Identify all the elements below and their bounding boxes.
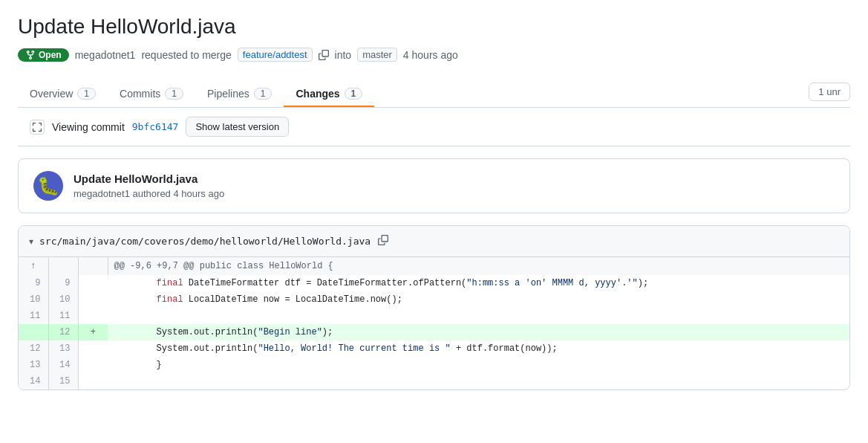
copy-icon bbox=[378, 235, 388, 245]
diff-line: 10 10 final LocalDateTime now = LocalDat… bbox=[19, 291, 849, 308]
open-badge: Open bbox=[18, 48, 69, 62]
line-new-13: 13 bbox=[48, 340, 78, 357]
commit-bar: Viewing commit 9bfc6147 Show latest vers… bbox=[18, 108, 850, 146]
line-old-13: 13 bbox=[19, 357, 48, 373]
diff-section: ▾ src/main/java/com/coveros/demo/hellowo… bbox=[18, 225, 850, 390]
unresolved-badge: 1 unr bbox=[809, 83, 850, 101]
tabs-bar: Overview 1 Commits 1 Pipelines 1 Changes… bbox=[18, 77, 850, 108]
commit-card: 🐛 Update HelloWorld.java megadotnet1 aut… bbox=[18, 158, 850, 213]
copy-branch-icon bbox=[319, 50, 329, 60]
line-old-11: 11 bbox=[19, 308, 48, 324]
tab-pipelines-count: 1 bbox=[254, 88, 273, 100]
line-new-11: 11 bbox=[48, 308, 78, 324]
mr-meta: Open megadotnet1 requested to merge feat… bbox=[18, 48, 850, 62]
diff-hunk-header: ↑ @@ -9,6 +9,7 @@ public class HelloWorl… bbox=[19, 257, 849, 275]
mr-author: megadotnet1 bbox=[75, 49, 136, 61]
line-code-12-added: System.out.println("Begin line"); bbox=[108, 324, 849, 340]
show-latest-button[interactable]: Show latest version bbox=[186, 117, 289, 137]
source-branch[interactable]: feature/addtest bbox=[238, 48, 313, 62]
line-old-12-added bbox=[19, 324, 48, 340]
tab-pipelines-label: Pipelines bbox=[207, 88, 249, 100]
commit-card-author: megadotnet1 authored 4 hours ago bbox=[74, 188, 224, 199]
line-new-15: 15 bbox=[48, 373, 78, 389]
hunk-line-old bbox=[48, 257, 78, 275]
mr-action: requested to merge bbox=[141, 49, 231, 61]
copy-filename-button[interactable] bbox=[376, 233, 390, 249]
diff-line: 14 15 bbox=[19, 373, 849, 389]
merge-icon bbox=[25, 50, 36, 60]
diff-table: ↑ @@ -9,6 +9,7 @@ public class HelloWorl… bbox=[19, 257, 849, 389]
diff-line-added: 12 + System.out.println("Begin line"); bbox=[19, 324, 849, 340]
tab-overview-count: 1 bbox=[77, 88, 96, 100]
tabs-right: 1 unr bbox=[809, 77, 850, 107]
tab-commits-count: 1 bbox=[165, 88, 183, 100]
diff-line: 13 14 } bbox=[19, 357, 849, 373]
page-title: Update HelloWorld.java bbox=[18, 15, 850, 39]
commit-hash-link[interactable]: 9bfc6147 bbox=[132, 121, 179, 132]
avatar-icon: 🐛 bbox=[37, 175, 59, 196]
line-sign-14 bbox=[78, 373, 108, 389]
commit-card-title: Update HelloWorld.java bbox=[74, 172, 224, 185]
line-sign-12-added: + bbox=[78, 324, 108, 340]
mr-into: into bbox=[335, 49, 352, 61]
line-old-12: 12 bbox=[19, 340, 48, 357]
tab-changes[interactable]: Changes 1 bbox=[284, 82, 374, 107]
diff-header: ▾ src/main/java/com/coveros/demo/hellowo… bbox=[19, 226, 849, 257]
tab-changes-label: Changes bbox=[296, 88, 339, 100]
tab-commits-label: Commits bbox=[120, 88, 160, 100]
line-sign-10 bbox=[78, 291, 108, 308]
hunk-line-new bbox=[78, 257, 108, 275]
avatar: 🐛 bbox=[33, 171, 63, 201]
line-sign-12 bbox=[78, 340, 108, 357]
mr-time: 4 hours ago bbox=[403, 49, 458, 61]
line-code-14 bbox=[108, 373, 849, 389]
diff-collapse-button[interactable]: ▾ bbox=[29, 236, 33, 247]
line-sign-9 bbox=[78, 275, 108, 291]
tab-overview-label: Overview bbox=[30, 88, 73, 100]
tab-changes-count: 1 bbox=[345, 88, 363, 100]
diff-line: 9 9 final DateTimeFormatter dtf = DateTi… bbox=[19, 275, 849, 291]
line-new-10: 10 bbox=[48, 291, 78, 308]
commit-info: Update HelloWorld.java megadotnet1 autho… bbox=[74, 172, 224, 199]
line-code-10: final LocalDateTime now = LocalDateTime.… bbox=[108, 291, 849, 308]
line-code-11 bbox=[108, 308, 849, 324]
hunk-header-text: @@ -9,6 +9,7 @@ public class HelloWorld … bbox=[108, 257, 849, 275]
line-sign-11 bbox=[78, 308, 108, 324]
tab-pipelines[interactable]: Pipelines 1 bbox=[195, 82, 284, 107]
expand-icon[interactable] bbox=[30, 120, 45, 135]
status-badge-label: Open bbox=[39, 50, 62, 60]
line-code-12: System.out.println("Hello, World! The cu… bbox=[108, 340, 849, 357]
tab-commits[interactable]: Commits 1 bbox=[108, 82, 195, 107]
diff-line: 11 11 bbox=[19, 308, 849, 324]
line-old-9: 9 bbox=[19, 275, 48, 291]
line-new-14: 14 bbox=[48, 357, 78, 373]
line-code-13: } bbox=[108, 357, 849, 373]
hunk-upload-icon[interactable]: ↑ bbox=[19, 257, 48, 275]
tab-overview[interactable]: Overview 1 bbox=[18, 82, 108, 107]
line-new-9: 9 bbox=[48, 275, 78, 291]
line-code-9: final DateTimeFormatter dtf = DateTimeFo… bbox=[108, 275, 849, 291]
line-old-10: 10 bbox=[19, 291, 48, 308]
diff-line: 12 13 System.out.println("Hello, World! … bbox=[19, 340, 849, 357]
line-old-14: 14 bbox=[19, 373, 48, 389]
diff-filename: src/main/java/com/coveros/demo/helloworl… bbox=[39, 236, 371, 247]
line-sign-13 bbox=[78, 357, 108, 373]
target-branch: master bbox=[357, 48, 397, 62]
viewing-commit-label: Viewing commit bbox=[52, 121, 125, 133]
line-new-12-added: 12 bbox=[48, 324, 78, 340]
